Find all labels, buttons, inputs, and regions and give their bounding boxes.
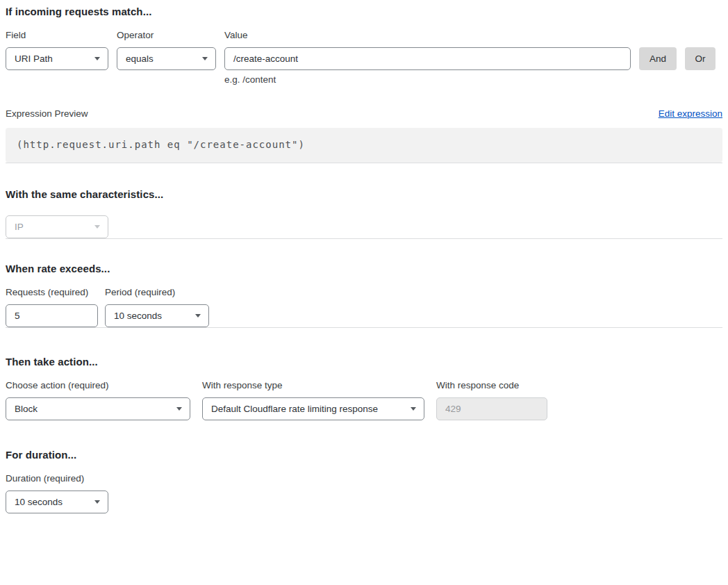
value-input[interactable] bbox=[224, 47, 631, 70]
expression-preview-label: Expression Preview bbox=[6, 108, 88, 120]
chevron-down-icon bbox=[176, 407, 182, 411]
section-divider bbox=[6, 327, 722, 328]
response-code-input bbox=[436, 397, 547, 420]
section-divider bbox=[6, 238, 722, 239]
section-divider bbox=[6, 163, 722, 163]
period-label: Period (required) bbox=[105, 287, 209, 298]
choose-action-select-value: Block bbox=[15, 404, 38, 414]
requests-label: Requests (required) bbox=[6, 287, 98, 298]
operator-group: Operator equals bbox=[117, 30, 216, 70]
chevron-down-icon bbox=[411, 407, 416, 411]
choose-action-label: Choose action (required) bbox=[6, 380, 190, 391]
section-incoming-requests: If incoming requests match... Field URI … bbox=[6, 6, 722, 163]
choose-action-group: Choose action (required) Block bbox=[6, 380, 190, 420]
response-code-group: With response code bbox=[436, 380, 547, 420]
action-controls-row: Choose action (required) Block With resp… bbox=[6, 380, 722, 420]
period-select[interactable]: 10 seconds bbox=[105, 304, 209, 327]
value-hint: e.g. /content bbox=[224, 74, 631, 85]
chevron-down-icon bbox=[202, 57, 208, 60]
edit-expression-link[interactable]: Edit expression bbox=[659, 108, 722, 120]
characteristic-select: IP bbox=[6, 215, 108, 238]
period-group: Period (required) 10 seconds bbox=[105, 287, 209, 327]
field-select[interactable]: URI Path bbox=[6, 47, 108, 70]
expression-builder-row: Field URI Path Operator equals Value e.g… bbox=[6, 30, 722, 85]
response-type-select-value: Default Cloudflare rate limiting respons… bbox=[211, 404, 378, 414]
response-type-group: With response type Default Cloudflare ra… bbox=[202, 380, 424, 420]
choose-action-select[interactable]: Block bbox=[6, 397, 190, 420]
chevron-down-icon bbox=[195, 314, 201, 318]
section-rate: When rate exceeds... Requests (required)… bbox=[6, 263, 722, 327]
duration-select[interactable]: 10 seconds bbox=[6, 491, 108, 513]
rate-limiting-rule-form: If incoming requests match... Field URI … bbox=[0, 0, 728, 585]
rate-controls-row: Requests (required) Period (required) 10… bbox=[6, 287, 722, 327]
section-heading-incoming-requests: If incoming requests match... bbox=[6, 6, 722, 18]
section-action: Then take action... Choose action (requi… bbox=[6, 356, 722, 420]
period-select-value: 10 seconds bbox=[114, 311, 162, 321]
and-button[interactable]: And bbox=[639, 47, 677, 70]
characteristic-select-value: IP bbox=[15, 222, 24, 232]
expression-preview-header: Expression Preview Edit expression bbox=[6, 108, 722, 120]
section-duration: For duration... Duration (required) 10 s… bbox=[6, 449, 722, 513]
section-characteristics: With the same characteristics... IP bbox=[6, 188, 722, 238]
operator-select[interactable]: equals bbox=[117, 47, 216, 70]
operator-select-value: equals bbox=[126, 53, 154, 64]
or-button[interactable]: Or bbox=[685, 47, 715, 70]
field-group: Field URI Path bbox=[6, 30, 108, 70]
requests-group: Requests (required) bbox=[6, 287, 98, 327]
section-heading-rate: When rate exceeds... bbox=[6, 263, 722, 275]
section-heading-characteristics: With the same characteristics... bbox=[6, 188, 722, 201]
response-code-label: With response code bbox=[436, 380, 547, 391]
value-label: Value bbox=[224, 30, 631, 41]
requests-input[interactable] bbox=[6, 304, 98, 327]
duration-group: Duration (required) 10 seconds bbox=[6, 473, 108, 513]
chevron-down-icon bbox=[94, 225, 100, 229]
response-type-select[interactable]: Default Cloudflare rate limiting respons… bbox=[202, 397, 424, 420]
chevron-down-icon bbox=[94, 57, 100, 60]
response-type-label: With response type bbox=[202, 380, 424, 391]
duration-label: Duration (required) bbox=[6, 473, 108, 484]
value-group: Value e.g. /content bbox=[224, 30, 631, 85]
expression-preview-code: (http.request.uri.path eq "/create-accou… bbox=[6, 128, 722, 163]
field-label: Field bbox=[6, 30, 108, 41]
field-select-value: URI Path bbox=[15, 53, 53, 64]
section-heading-action: Then take action... bbox=[6, 356, 722, 368]
operator-label: Operator bbox=[117, 30, 216, 41]
duration-select-value: 10 seconds bbox=[15, 497, 63, 507]
chevron-down-icon bbox=[94, 500, 100, 504]
section-heading-duration: For duration... bbox=[6, 449, 722, 461]
